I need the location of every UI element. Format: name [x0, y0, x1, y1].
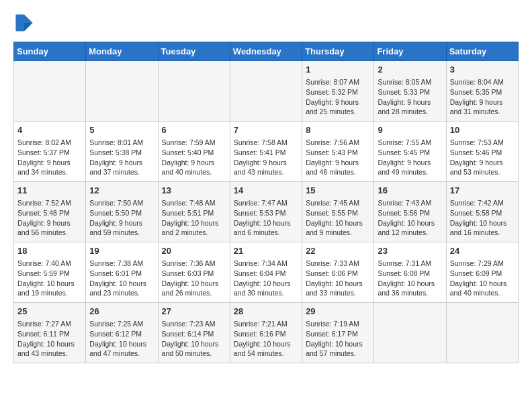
- calendar-day-8: 8Sunrise: 7:56 AM Sunset: 5:43 PM Daylig…: [302, 122, 374, 182]
- calendar-day-18: 18Sunrise: 7:40 AM Sunset: 5:59 PM Dayli…: [14, 242, 86, 303]
- calendar-day-10: 10Sunrise: 7:53 AM Sunset: 5:46 PM Dayli…: [446, 122, 518, 182]
- calendar-day-22: 22Sunrise: 7:33 AM Sunset: 6:06 PM Dayli…: [302, 242, 374, 303]
- calendar-empty-cell: [374, 303, 446, 363]
- header-wednesday: Wednesday: [230, 42, 302, 61]
- header-saturday: Saturday: [446, 42, 518, 61]
- day-number: 9: [378, 124, 442, 136]
- calendar-empty-cell: [14, 61, 86, 122]
- calendar-empty-cell: [446, 303, 518, 363]
- calendar-day-2: 2Sunrise: 8:05 AM Sunset: 5:33 PM Daylig…: [374, 61, 446, 122]
- day-info: Sunrise: 7:27 AM Sunset: 6:11 PM Dayligh…: [17, 319, 82, 359]
- calendar-day-26: 26Sunrise: 7:25 AM Sunset: 6:12 PM Dayli…: [86, 303, 158, 363]
- calendar-day-11: 11Sunrise: 7:52 AM Sunset: 5:48 PM Dayli…: [14, 182, 86, 242]
- page-header: [13, 13, 519, 35]
- calendar-day-16: 16Sunrise: 7:43 AM Sunset: 5:56 PM Dayli…: [374, 182, 446, 242]
- day-number: 6: [162, 124, 226, 136]
- day-info: Sunrise: 7:25 AM Sunset: 6:12 PM Dayligh…: [89, 319, 154, 359]
- day-info: Sunrise: 8:02 AM Sunset: 5:37 PM Dayligh…: [17, 138, 82, 177]
- day-number: 4: [17, 124, 82, 136]
- calendar-day-19: 19Sunrise: 7:38 AM Sunset: 6:01 PM Dayli…: [86, 242, 158, 303]
- day-number: 5: [89, 124, 154, 136]
- day-info: Sunrise: 7:47 AM Sunset: 5:53 PM Dayligh…: [234, 198, 298, 238]
- day-number: 8: [306, 124, 370, 136]
- day-info: Sunrise: 7:21 AM Sunset: 6:16 PM Dayligh…: [234, 319, 298, 359]
- calendar-day-17: 17Sunrise: 7:42 AM Sunset: 5:58 PM Dayli…: [446, 182, 518, 242]
- calendar-day-4: 4Sunrise: 8:02 AM Sunset: 5:37 PM Daylig…: [14, 122, 86, 182]
- svg-rect-2: [15, 14, 24, 31]
- day-number: 25: [17, 306, 82, 318]
- header-tuesday: Tuesday: [158, 42, 230, 61]
- day-number: 12: [89, 185, 154, 197]
- day-info: Sunrise: 8:05 AM Sunset: 5:33 PM Dayligh…: [378, 77, 442, 117]
- calendar-day-12: 12Sunrise: 7:50 AM Sunset: 5:50 PM Dayli…: [86, 182, 158, 242]
- day-info: Sunrise: 7:40 AM Sunset: 5:59 PM Dayligh…: [17, 259, 82, 298]
- day-info: Sunrise: 7:53 AM Sunset: 5:46 PM Dayligh…: [450, 138, 515, 177]
- day-number: 29: [306, 306, 370, 318]
- day-number: 7: [234, 124, 298, 136]
- svg-marker-1: [24, 23, 33, 32]
- day-info: Sunrise: 7:33 AM Sunset: 6:06 PM Dayligh…: [306, 259, 370, 298]
- calendar-day-5: 5Sunrise: 8:01 AM Sunset: 5:38 PM Daylig…: [86, 122, 158, 182]
- calendar-header-row: SundayMondayTuesdayWednesdayThursdayFrid…: [14, 42, 519, 61]
- header-thursday: Thursday: [302, 42, 374, 61]
- day-number: 3: [450, 64, 515, 76]
- day-number: 24: [450, 245, 515, 257]
- day-number: 20: [162, 245, 226, 257]
- calendar-table: SundayMondayTuesdayWednesdayThursdayFrid…: [13, 42, 519, 363]
- calendar-week-row: 18Sunrise: 7:40 AM Sunset: 5:59 PM Dayli…: [14, 242, 519, 303]
- day-info: Sunrise: 7:36 AM Sunset: 6:03 PM Dayligh…: [162, 259, 226, 298]
- calendar-day-6: 6Sunrise: 7:59 AM Sunset: 5:40 PM Daylig…: [158, 122, 230, 182]
- calendar-week-row: 11Sunrise: 7:52 AM Sunset: 5:48 PM Dayli…: [14, 182, 519, 242]
- header-friday: Friday: [374, 42, 446, 61]
- day-info: Sunrise: 8:01 AM Sunset: 5:38 PM Dayligh…: [89, 138, 154, 177]
- day-info: Sunrise: 7:50 AM Sunset: 5:50 PM Dayligh…: [89, 198, 154, 238]
- logo-icon: [15, 13, 34, 32]
- calendar-day-24: 24Sunrise: 7:29 AM Sunset: 6:09 PM Dayli…: [446, 242, 518, 303]
- day-info: Sunrise: 7:55 AM Sunset: 5:45 PM Dayligh…: [378, 138, 442, 177]
- day-number: 26: [89, 306, 154, 318]
- calendar-empty-cell: [230, 61, 302, 122]
- calendar-day-13: 13Sunrise: 7:48 AM Sunset: 5:51 PM Dayli…: [158, 182, 230, 242]
- day-info: Sunrise: 7:23 AM Sunset: 6:14 PM Dayligh…: [162, 319, 226, 359]
- day-info: Sunrise: 7:48 AM Sunset: 5:51 PM Dayligh…: [162, 198, 226, 238]
- day-info: Sunrise: 7:31 AM Sunset: 6:08 PM Dayligh…: [378, 259, 442, 298]
- day-number: 13: [162, 185, 226, 197]
- day-number: 19: [89, 245, 154, 257]
- calendar-day-27: 27Sunrise: 7:23 AM Sunset: 6:14 PM Dayli…: [158, 303, 230, 363]
- header-monday: Monday: [86, 42, 158, 61]
- logo: [13, 13, 36, 35]
- calendar-day-25: 25Sunrise: 7:27 AM Sunset: 6:11 PM Dayli…: [14, 303, 86, 363]
- day-number: 16: [378, 185, 442, 197]
- day-number: 18: [17, 245, 82, 257]
- day-number: 21: [234, 245, 298, 257]
- day-number: 10: [450, 124, 515, 136]
- day-info: Sunrise: 7:19 AM Sunset: 6:17 PM Dayligh…: [306, 319, 370, 359]
- day-info: Sunrise: 7:29 AM Sunset: 6:09 PM Dayligh…: [450, 259, 515, 298]
- day-number: 14: [234, 185, 298, 197]
- svg-marker-0: [24, 14, 33, 23]
- day-info: Sunrise: 7:43 AM Sunset: 5:56 PM Dayligh…: [378, 198, 442, 238]
- day-number: 15: [306, 185, 370, 197]
- calendar-week-row: 4Sunrise: 8:02 AM Sunset: 5:37 PM Daylig…: [14, 122, 519, 182]
- header-sunday: Sunday: [14, 42, 86, 61]
- day-number: 23: [378, 245, 442, 257]
- calendar-day-7: 7Sunrise: 7:58 AM Sunset: 5:41 PM Daylig…: [230, 122, 302, 182]
- calendar-day-14: 14Sunrise: 7:47 AM Sunset: 5:53 PM Dayli…: [230, 182, 302, 242]
- calendar-day-23: 23Sunrise: 7:31 AM Sunset: 6:08 PM Dayli…: [374, 242, 446, 303]
- calendar-day-21: 21Sunrise: 7:34 AM Sunset: 6:04 PM Dayli…: [230, 242, 302, 303]
- day-number: 28: [234, 306, 298, 318]
- day-info: Sunrise: 7:58 AM Sunset: 5:41 PM Dayligh…: [234, 138, 298, 177]
- calendar-day-9: 9Sunrise: 7:55 AM Sunset: 5:45 PM Daylig…: [374, 122, 446, 182]
- day-info: Sunrise: 8:04 AM Sunset: 5:35 PM Dayligh…: [450, 77, 515, 117]
- calendar-empty-cell: [86, 61, 158, 122]
- day-info: Sunrise: 7:34 AM Sunset: 6:04 PM Dayligh…: [234, 259, 298, 298]
- day-number: 11: [17, 185, 82, 197]
- day-info: Sunrise: 7:45 AM Sunset: 5:55 PM Dayligh…: [306, 198, 370, 238]
- day-info: Sunrise: 7:42 AM Sunset: 5:58 PM Dayligh…: [450, 198, 515, 238]
- day-info: Sunrise: 7:52 AM Sunset: 5:48 PM Dayligh…: [17, 198, 82, 238]
- day-number: 17: [450, 185, 515, 197]
- day-number: 27: [162, 306, 226, 318]
- calendar-day-3: 3Sunrise: 8:04 AM Sunset: 5:35 PM Daylig…: [446, 61, 518, 122]
- calendar-day-1: 1Sunrise: 8:07 AM Sunset: 5:32 PM Daylig…: [302, 61, 374, 122]
- day-info: Sunrise: 7:38 AM Sunset: 6:01 PM Dayligh…: [89, 259, 154, 298]
